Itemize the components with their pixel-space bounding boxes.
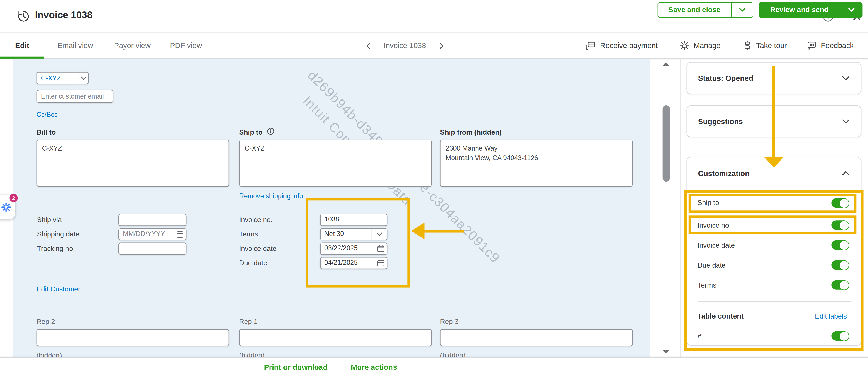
rep1-label: Rep 1: [239, 316, 257, 328]
toggle-ship-to-label: Ship to: [698, 197, 719, 208]
annotation-arrow-left-tail: [424, 230, 464, 232]
terms-select-value: Net 30: [324, 230, 344, 238]
rep3-label: Rep 3: [440, 316, 459, 328]
gear-icon: [679, 40, 690, 51]
ship-to-textarea[interactable]: C-XYZ: [239, 140, 432, 186]
chevron-left-icon[interactable]: [365, 42, 371, 50]
cc-bcc-link[interactable]: Cc/Bcc: [37, 110, 58, 119]
send-options-chevron[interactable]: [840, 2, 862, 18]
receive-payment-icon: [585, 40, 596, 51]
feedback-button[interactable]: Feedback: [806, 33, 854, 59]
status-label: Status: Opened: [698, 74, 753, 82]
print-or-download-button[interactable]: Print or download: [264, 358, 328, 377]
chevron-up-icon[interactable]: [842, 171, 850, 175]
customer-select-value: C-XYZ: [41, 74, 61, 82]
toggle-invoice-no[interactable]: [831, 220, 848, 230]
scrollbar-thumb[interactable]: [663, 105, 670, 182]
docnav-label[interactable]: Invoice 1038: [379, 41, 431, 50]
footer-bar: Print or download More actions: [0, 357, 868, 377]
more-actions-button[interactable]: More actions: [351, 358, 397, 377]
section-divider: [37, 307, 633, 308]
calendar-icon[interactable]: [176, 230, 184, 238]
customization-divider: [698, 301, 851, 302]
assistant-spark-icon: [1, 202, 11, 212]
rep3-input[interactable]: [440, 329, 633, 346]
customer-email-input[interactable]: Enter customer email: [37, 90, 114, 103]
edit-labels-link[interactable]: Edit labels: [815, 312, 847, 321]
invoice-edit-window: Invoice 1038 ? Edit Email view Payor vie…: [0, 0, 868, 377]
assistant-badge: 2: [9, 194, 18, 202]
chevron-right-icon[interactable]: [438, 42, 444, 50]
ship-from-label: Ship from (hidden): [440, 128, 502, 137]
terms-select[interactable]: Net 30: [320, 228, 388, 240]
remove-shipping-link[interactable]: Remove shipping info: [239, 192, 303, 200]
toggle-hash[interactable]: [831, 331, 848, 341]
shipping-date-label: Shipping date: [37, 228, 79, 240]
ship-via-label: Ship via: [37, 214, 62, 226]
tab-pdf-view[interactable]: PDF view: [158, 33, 214, 59]
take-tour-button[interactable]: Take tour: [742, 33, 787, 59]
calendar-icon[interactable]: [377, 245, 385, 253]
toggle-invoice-date[interactable]: [831, 240, 848, 250]
invoice-form-panel: d269b94b-d349-4f7f-912e-c304aa2091c9 Int…: [13, 59, 650, 357]
invoice-date-label: Invoice date: [239, 243, 276, 255]
save-options-chevron[interactable]: [732, 3, 753, 17]
tab-edit[interactable]: Edit: [0, 33, 44, 59]
annotation-arrow-left-head: [411, 223, 425, 239]
ship-from-line2: Mountain View, CA 94043-1126: [446, 153, 627, 163]
toggle-due-date[interactable]: [831, 260, 848, 269]
due-date-label: Due date: [239, 257, 267, 269]
take-tour-label: Take tour: [756, 41, 787, 50]
ship-from-textarea[interactable]: 2600 Marine Way Mountain View, CA 94043-…: [440, 140, 633, 186]
receive-payment-button[interactable]: Receive payment: [585, 33, 658, 59]
save-and-close-button[interactable]: Save and close: [658, 2, 753, 18]
toggle-terms-label: Terms: [698, 280, 716, 291]
review-and-send-label: Review and send: [759, 2, 840, 18]
tracking-no-input[interactable]: [119, 243, 186, 255]
receive-payment-label: Receive payment: [600, 41, 658, 50]
toggle-ship-to[interactable]: [831, 198, 848, 208]
customer-select-chevron[interactable]: [79, 72, 88, 83]
toggle-terms[interactable]: [831, 280, 848, 289]
history-icon[interactable]: [17, 10, 30, 23]
customization-title: Customization: [698, 169, 749, 178]
view-tab-bar: Edit Email view Payor view PDF view Invo…: [0, 33, 868, 59]
annotation-arrow-down-head: [764, 157, 783, 168]
terms-select-chevron[interactable]: [371, 229, 387, 240]
scrollbar-down-arrow[interactable]: [663, 350, 670, 354]
scrollbar-up-arrow[interactable]: [663, 62, 670, 66]
review-and-send-button[interactable]: Review and send: [759, 2, 862, 18]
tracking-no-label: Tracking no.: [37, 243, 75, 255]
tab-edit-label: Edit: [15, 41, 29, 50]
chevron-down-icon[interactable]: [842, 76, 850, 80]
edit-customer-link[interactable]: Edit Customer: [37, 285, 80, 294]
tab-payor-view[interactable]: Payor view: [106, 33, 158, 59]
customer-select[interactable]: C-XYZ: [37, 72, 89, 84]
ship-to-label: Ship to: [239, 128, 262, 137]
table-content-label: Table content: [698, 311, 744, 322]
tour-icon: [742, 40, 752, 51]
rep2-label: Rep 2: [37, 316, 55, 328]
bill-to-textarea[interactable]: C-XYZ: [37, 140, 229, 186]
toggle-due-date-label: Due date: [698, 260, 726, 271]
feedback-label: Feedback: [821, 41, 854, 50]
suggestions-label: Suggestions: [698, 117, 743, 125]
save-and-close-label: Save and close: [658, 3, 731, 17]
invoice-no-input[interactable]: 1038: [320, 214, 388, 226]
terms-label: Terms: [239, 228, 258, 240]
invoice-no-label: Invoice no.: [239, 214, 273, 226]
toggle-hash-label: #: [698, 330, 702, 342]
info-icon[interactable]: [267, 127, 275, 135]
tab-email-view[interactable]: Email view: [44, 33, 106, 59]
view-tabs: Edit Email view Payor view PDF view: [0, 33, 214, 59]
manage-label: Manage: [694, 41, 721, 50]
ship-via-input[interactable]: [119, 214, 186, 226]
page-title: Invoice 1038: [35, 9, 92, 21]
chevron-down-icon[interactable]: [842, 119, 850, 123]
rep1-input[interactable]: [239, 329, 432, 346]
calendar-icon[interactable]: [377, 259, 385, 267]
ship-from-line1: 2600 Marine Way: [446, 144, 627, 153]
rep2-input[interactable]: [37, 329, 229, 346]
manage-button[interactable]: Manage: [679, 33, 720, 59]
annotation-arrow-down-tail: [772, 66, 775, 158]
